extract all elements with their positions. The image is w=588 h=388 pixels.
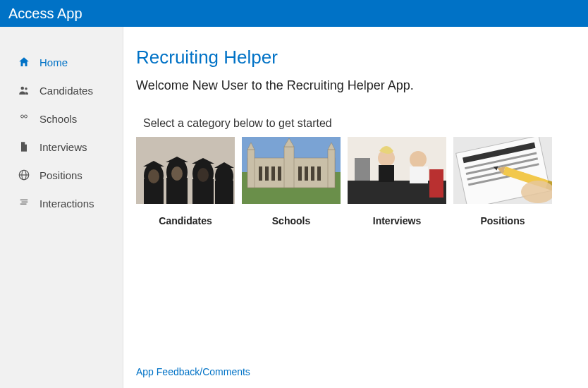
svg-point-0 bbox=[21, 87, 25, 90]
card-caption: Interviews bbox=[348, 215, 446, 226]
svg-rect-51 bbox=[429, 169, 443, 198]
svg-rect-46 bbox=[355, 158, 370, 181]
svg-point-1 bbox=[25, 87, 27, 90]
sidebar-item-schools[interactable]: Schools bbox=[0, 104, 123, 133]
card-candidates[interactable]: Candidates bbox=[136, 137, 235, 226]
card-interviews[interactable]: Interviews bbox=[348, 137, 446, 226]
main-content: Recruiting Helper Welcome New User to th… bbox=[123, 27, 588, 388]
sidebar: Home Candidates Schools Interviews Posit… bbox=[0, 27, 123, 388]
card-caption: Candidates bbox=[136, 215, 235, 226]
svg-point-3 bbox=[25, 115, 27, 118]
instruction-text: Select a category below to get started bbox=[143, 117, 575, 130]
card-candidates-thumb bbox=[136, 137, 235, 204]
card-interviews-thumb bbox=[348, 137, 446, 204]
page-title: Recruiting Helper bbox=[136, 47, 575, 68]
sidebar-item-interactions[interactable]: Interactions bbox=[0, 189, 123, 217]
svg-rect-37 bbox=[265, 166, 269, 181]
card-positions-thumb bbox=[453, 137, 552, 204]
sidebar-item-label: Interviews bbox=[39, 141, 87, 153]
people-icon bbox=[17, 83, 31, 97]
card-caption: Positions bbox=[453, 215, 552, 226]
sidebar-item-label: Schools bbox=[39, 113, 77, 125]
topbar: Access App bbox=[0, 0, 588, 27]
svg-rect-39 bbox=[278, 166, 281, 181]
svg-rect-32 bbox=[284, 147, 294, 188]
svg-rect-30 bbox=[247, 150, 255, 188]
svg-rect-34 bbox=[328, 150, 335, 188]
svg-rect-19 bbox=[192, 179, 214, 204]
svg-rect-48 bbox=[379, 165, 394, 182]
sidebar-item-label: Candidates bbox=[39, 85, 93, 97]
category-cards: Candidates bbox=[136, 137, 575, 226]
svg-rect-38 bbox=[271, 166, 275, 181]
svg-point-24 bbox=[148, 169, 159, 183]
card-caption: Schools bbox=[242, 215, 341, 226]
svg-point-26 bbox=[197, 168, 209, 182]
sidebar-item-label: Interactions bbox=[39, 198, 94, 210]
globe-icon bbox=[17, 168, 31, 182]
card-schools-thumb bbox=[242, 137, 341, 204]
card-positions[interactable]: Positions bbox=[453, 137, 552, 226]
feedback-link[interactable]: App Feedback/Comments bbox=[136, 366, 250, 377]
svg-rect-22 bbox=[215, 181, 233, 204]
card-schools[interactable]: Schools bbox=[242, 137, 341, 226]
list-icon bbox=[17, 196, 31, 210]
svg-point-25 bbox=[171, 166, 183, 181]
svg-rect-40 bbox=[298, 166, 302, 181]
app-title: Access App bbox=[8, 6, 82, 22]
svg-rect-50 bbox=[410, 166, 428, 183]
svg-rect-42 bbox=[311, 166, 314, 181]
sidebar-item-home[interactable]: Home bbox=[0, 48, 123, 76]
svg-rect-43 bbox=[317, 166, 321, 181]
layout: Home Candidates Schools Interviews Posit… bbox=[0, 27, 588, 388]
welcome-text: Welcome New User to the Recruiting Helpe… bbox=[136, 78, 575, 93]
sidebar-item-positions[interactable]: Positions bbox=[0, 161, 123, 189]
svg-rect-41 bbox=[305, 166, 308, 181]
home-icon bbox=[17, 55, 31, 69]
svg-rect-16 bbox=[166, 178, 188, 204]
svg-rect-36 bbox=[259, 166, 262, 181]
footer: App Feedback/Comments bbox=[136, 365, 575, 378]
svg-point-2 bbox=[21, 115, 24, 118]
sidebar-item-interviews[interactable]: Interviews bbox=[0, 133, 123, 161]
sidebar-item-label: Positions bbox=[39, 169, 82, 181]
glasses-icon bbox=[17, 111, 31, 126]
sidebar-item-candidates[interactable]: Candidates bbox=[0, 76, 123, 104]
svg-point-49 bbox=[410, 151, 427, 168]
document-icon bbox=[17, 140, 31, 154]
sidebar-item-label: Home bbox=[39, 56, 68, 68]
